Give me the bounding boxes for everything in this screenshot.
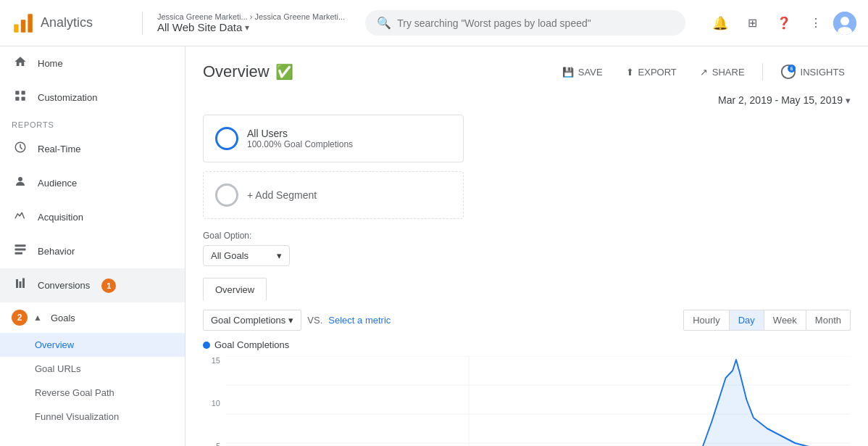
time-btn-day[interactable]: Day — [730, 310, 764, 330]
realtime-label: Real-Time — [38, 144, 80, 154]
verified-check-icon: ✅ — [275, 63, 293, 80]
goal-select-arrow: ▾ — [277, 250, 282, 261]
svg-rect-9 — [22, 97, 25, 101]
add-segment-card[interactable]: + Add Segment — [203, 171, 464, 219]
property-name: All Web Site Data — [157, 21, 242, 33]
sidebar-item-realtime[interactable]: Real-Time — [0, 132, 185, 166]
chart-controls: Goal Completions ▾ VS. Select a metric H… — [203, 310, 851, 331]
segment-name: All Users — [247, 128, 353, 139]
sub-item-goal-urls[interactable]: Goal URLs — [0, 357, 185, 381]
metric-dropdown-arrow: ▾ — [288, 315, 293, 326]
tabs-area: Overview — [203, 278, 851, 301]
chart-with-yaxis: 15 10 5 — [203, 356, 851, 446]
top-header: Analytics Jessica Greene Marketi... › Je… — [0, 0, 868, 46]
conversions-label: Conversions — [38, 280, 90, 291]
overview-header: Overview ✅ 💾 SAVE ⬆ EXPORT ↗ SHARE — [203, 61, 851, 83]
behavior-icon — [12, 243, 29, 260]
segment-sub: 100.00% Goal Completions — [247, 139, 353, 149]
sidebar-item-acquisition[interactable]: Acquisition — [0, 200, 185, 234]
sub-item-funnel-visualization[interactable]: Funnel Visualization — [0, 405, 185, 429]
apps-button[interactable]: ⊞ — [738, 9, 767, 38]
time-btn-hourly[interactable]: Hourly — [684, 310, 730, 330]
goals-sub-items: Overview Goal URLs Reverse Goal Path Fun… — [0, 333, 185, 429]
segments-area: All Users 100.00% Goal Completions + Add… — [203, 115, 851, 219]
user-avatar[interactable] — [833, 12, 856, 35]
sidebar: Home Customization REPORTS Real- — [0, 46, 185, 446]
bell-icon: 🔔 — [712, 15, 728, 31]
conversions-badge: 1 — [101, 278, 116, 293]
svg-rect-12 — [15, 244, 26, 247]
metric-selector: Goal Completions ▾ VS. Select a metric — [203, 310, 391, 331]
sidebar-item-home[interactable]: Home — [0, 46, 185, 80]
customization-label: Customization — [38, 92, 97, 103]
vs-label: VS. — [307, 315, 322, 326]
svg-rect-7 — [22, 91, 25, 94]
y-axis: 15 10 5 — [203, 356, 220, 446]
goal-option-label: Goal Option: — [203, 231, 851, 241]
goals-label: Goals — [51, 313, 75, 323]
goal-select-value: All Goals — [211, 250, 249, 261]
sub-item-overview[interactable]: Overview — [0, 333, 185, 357]
home-icon — [12, 55, 29, 72]
audience-icon — [12, 175, 29, 191]
add-segment-circle — [215, 183, 238, 207]
logo-area: Analytics — [12, 12, 128, 35]
audience-label: Audience — [38, 178, 77, 189]
chart-legend: Goal Completions — [203, 339, 851, 350]
goals-badge: 2 — [12, 310, 28, 326]
property-dropdown-arrow[interactable]: ▾ — [245, 22, 249, 33]
goal-option-area: Goal Option: All Goals ▾ — [203, 231, 851, 266]
insights-button[interactable]: 6 INSIGHTS — [775, 61, 851, 83]
export-icon: ⬆ — [626, 67, 634, 78]
goals-item[interactable]: 2 ▲ Goals — [0, 302, 185, 333]
search-input[interactable] — [397, 17, 674, 29]
overview-title-area: Overview ✅ — [203, 62, 293, 81]
sidebar-item-conversions[interactable]: Conversions 1 — [0, 268, 185, 302]
svg-rect-2 — [28, 14, 32, 33]
svg-point-11 — [18, 177, 22, 181]
time-buttons: Hourly Day Week Month — [683, 310, 851, 331]
export-button[interactable]: ⬆ EXPORT — [620, 64, 683, 80]
sidebar-item-behavior[interactable]: Behavior — [0, 234, 185, 268]
all-users-segment: All Users 100.00% Goal Completions — [203, 115, 464, 162]
metric-dropdown[interactable]: Goal Completions ▾ — [203, 310, 301, 331]
svg-rect-6 — [15, 91, 19, 94]
svg-rect-0 — [14, 24, 18, 32]
date-range-area: Mar 2, 2019 - May 15, 2019 ▾ — [203, 94, 851, 106]
y-label-10: 10 — [203, 399, 220, 408]
header-actions: 🔔 ⊞ ❓ ⋮ — [706, 9, 856, 38]
select-metric-link[interactable]: Select a metric — [328, 315, 391, 326]
help-button[interactable]: ❓ — [769, 9, 798, 38]
share-icon: ↗ — [700, 67, 708, 78]
search-bar: 🔍 — [365, 10, 685, 36]
acquisition-icon — [12, 209, 29, 226]
svg-rect-14 — [15, 252, 23, 255]
segment-info: All Users 100.00% Goal Completions — [247, 128, 353, 149]
svg-point-4 — [840, 17, 849, 25]
legend-label: Goal Completions — [214, 339, 289, 350]
tab-overview[interactable]: Overview — [203, 278, 267, 301]
help-icon: ❓ — [777, 16, 791, 30]
sidebar-item-audience[interactable]: Audience — [0, 166, 185, 200]
sub-item-reverse-goal-path[interactable]: Reverse Goal Path — [0, 381, 185, 405]
more-button[interactable]: ⋮ — [801, 9, 830, 38]
goal-select[interactable]: All Goals ▾ — [203, 245, 290, 266]
sidebar-item-customization[interactable]: Customization — [0, 80, 185, 115]
insights-icon: 6 — [780, 64, 796, 80]
all-users-segment-circle — [215, 127, 238, 150]
share-button[interactable]: ↗ SHARE — [694, 64, 751, 80]
add-segment-label: + Add Segment — [247, 189, 317, 201]
chart-svg-container: April 2019 May 2019 — [226, 356, 851, 446]
svg-rect-1 — [21, 20, 25, 33]
acquisition-label: Acquisition — [38, 212, 83, 223]
chart-area: Goal Completions 15 10 5 — [203, 339, 851, 446]
notifications-button[interactable]: 🔔 — [706, 9, 735, 38]
time-btn-week[interactable]: Week — [764, 310, 806, 330]
date-range-dropdown-icon[interactable]: ▾ — [846, 95, 851, 106]
realtime-icon — [12, 141, 29, 157]
time-btn-month[interactable]: Month — [806, 310, 850, 330]
save-button[interactable]: 💾 SAVE — [556, 64, 609, 80]
grid-icon: ⊞ — [748, 16, 757, 30]
legend-dot — [203, 342, 210, 349]
svg-text:6: 6 — [790, 66, 793, 71]
